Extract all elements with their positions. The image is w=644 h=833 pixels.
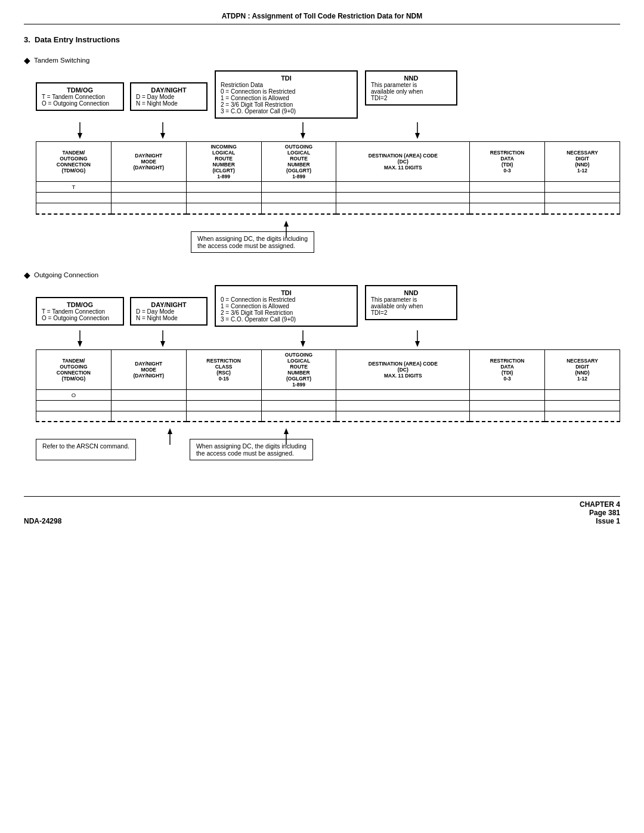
svg-marker-3 — [160, 133, 165, 139]
table-1: TANDEM/OUTGOINGCONNECTION(TDM/OG) DAY/NI… — [36, 141, 620, 215]
daynight-title-1: DAY/NIGHT — [136, 86, 202, 94]
svg-marker-7 — [415, 133, 420, 139]
th-tdi-2: RESTRICTIONDATA(TDI)0-3 — [470, 349, 545, 389]
nnd-title-2: NND — [371, 289, 451, 296]
svg-marker-17 — [415, 341, 420, 347]
th-rsc-2: RESTRICTIONCLASS(RSC)0-15 — [186, 349, 261, 389]
table-row — [36, 400, 620, 411]
footer-chapter: CHAPTER 4 — [580, 500, 620, 509]
svg-marker-13 — [160, 341, 165, 347]
svg-marker-11 — [78, 341, 82, 347]
table-2: TANDEM/OUTGOINGCONNECTION(TDM/OG) DAY/NI… — [36, 349, 620, 423]
tandem-switching-label: Tandem Switching — [34, 57, 89, 64]
th-oglgrt-2: OUTGOINGLOGICALROUTENUMBER(OGLGRT)1-899 — [261, 349, 336, 389]
nnd-content-2: This parameter isavailable only whenTDI=… — [371, 296, 451, 316]
footer-left: NDA-24298 — [24, 517, 61, 525]
tdmog-box-1: TDM/OG T = Tandem ConnectionO = Outgoing… — [36, 82, 124, 111]
footer-issue: Issue 1 — [580, 517, 620, 525]
daynight-box-2: DAY/NIGHT D = Day ModeN = Night Mode — [130, 297, 208, 326]
cell-o: O — [36, 389, 112, 400]
th-oglgrt-1: OUTGOINGLOGICALROUTENUMBER(OGLGRT)1-899 — [261, 142, 336, 182]
header-title: ATDPN : Assignment of Toll Code Restrict… — [222, 12, 422, 20]
arrows-svg-1 — [36, 122, 513, 139]
footer-page: Page 381 — [580, 509, 620, 517]
th-nnd-1: NECESSARYDIGIT(NND)1-12 — [545, 142, 620, 182]
outgoing-connection-label: Outgoing Connection — [34, 271, 98, 278]
th-daynight-1: DAY/NIGHTMODE(DAY/NIGHT) — [111, 142, 186, 182]
nnd-box-1: NND This parameter isavailable only when… — [365, 70, 457, 106]
th-daynight-2: DAY/NIGHTMODE(DAY/NIGHT) — [111, 349, 186, 389]
tdi-box-2: TDI 0 = Connection is Restricted 1 = Con… — [215, 285, 358, 327]
table-row-wavy — [36, 203, 620, 214]
th-tandem-1: TANDEM/OUTGOINGCONNECTION(TDM/OG) — [36, 142, 112, 182]
table-row: T — [36, 182, 620, 193]
table-row: O — [36, 389, 620, 400]
page-footer: NDA-24298 CHAPTER 4 Page 381 Issue 1 — [24, 496, 620, 525]
bullet-outgoing: ◆ Outgoing Connection — [24, 271, 620, 279]
th-iclgrt-1: INCOMINGLOGICALROUTENUMBER(ICLGRT)1-899 — [186, 142, 261, 182]
tdmog-title-2: TDM/OG — [42, 301, 118, 308]
tdi-title-2: TDI — [221, 289, 352, 296]
arrow-annotations-2 — [36, 427, 513, 445]
svg-marker-9 — [284, 221, 289, 227]
tdi-content-2: 0 = Connection is Restricted 1 = Connect… — [221, 296, 352, 323]
tdmog-box-2: TDM/OG T = Tandem ConnectionO = Outgoing… — [36, 297, 124, 326]
cell-t: T — [36, 182, 112, 193]
tdi-content-1: Restriction Data 0 = Connection is Restr… — [221, 82, 352, 114]
th-dc-1: DESTINATION (AREA) CODE(DC)MAX. 11 DIGIT… — [336, 142, 470, 182]
nnd-title-1: NND — [371, 75, 451, 82]
th-nnd-2: NECESSARYDIGIT(NND)1-12 — [545, 349, 620, 389]
svg-marker-21 — [284, 428, 289, 434]
daynight-box-1: DAY/NIGHT D = Day ModeN = Night Mode — [130, 82, 208, 111]
svg-marker-5 — [301, 133, 305, 139]
nnd-box-2: NND This parameter isavailable only when… — [365, 285, 457, 320]
th-tdi-1: RESTRICTIONDATA(TDI)0-3 — [470, 142, 545, 182]
th-tandem-2: TANDEM/OUTGOINGCONNECTION(TDM/OG) — [36, 349, 112, 389]
daynight-title-2: DAY/NIGHT — [136, 301, 202, 308]
section-title: 3. Data Entry Instructions — [24, 35, 120, 44]
outgoing-connection-section: ◆ Outgoing Connection TDM/OG T = Tandem … — [24, 271, 620, 461]
th-dc-2: DESTINATION (AREA) CODE(DC)MAX. 11 DIGIT… — [336, 349, 470, 389]
svg-marker-19 — [168, 428, 172, 434]
arrow-dc-1 — [36, 219, 513, 237]
tdi-box-1: TDI Restriction Data 0 = Connection is R… — [215, 70, 358, 119]
bullet-diamond-2: ◆ — [24, 271, 30, 279]
svg-marker-15 — [301, 341, 305, 347]
tandem-switching-section: ◆ Tandem Switching TDM/OG T = Tandem Con… — [24, 56, 620, 253]
table-row-wavy — [36, 411, 620, 422]
bullet-diamond-1: ◆ — [24, 56, 30, 64]
page-header: ATDPN : Assignment of Toll Code Restrict… — [24, 12, 620, 24]
tdmog-content-1: T = Tandem ConnectionO = Outgoing Connec… — [42, 94, 118, 107]
nnd-content-1: This parameter isavailable only whenTDI=… — [371, 82, 451, 101]
tdmog-title-1: TDM/OG — [42, 86, 118, 94]
arrows-svg-2 — [36, 330, 513, 347]
daynight-content-1: D = Day ModeN = Night Mode — [136, 94, 202, 107]
svg-marker-1 — [78, 133, 82, 139]
daynight-content-2: D = Day ModeN = Night Mode — [136, 308, 202, 321]
tdmog-content-2: T = Tandem ConnectionO = Outgoing Connec… — [42, 308, 118, 321]
table-row — [36, 193, 620, 203]
footer-right: CHAPTER 4 Page 381 Issue 1 — [580, 500, 620, 525]
tdi-title-1: TDI — [221, 75, 352, 82]
bullet-tandem: ◆ Tandem Switching — [24, 56, 620, 64]
